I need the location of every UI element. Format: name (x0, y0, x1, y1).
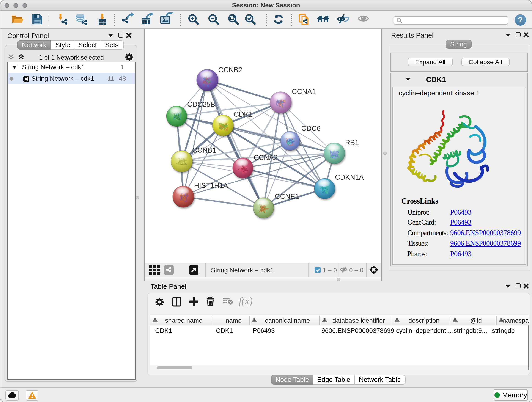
svg-text:CCNA1: CCNA1 (292, 88, 316, 96)
svg-text:CCNB1: CCNB1 (192, 146, 216, 154)
svg-text:CDKN1A: CDKN1A (335, 173, 364, 181)
svg-text:HIST1H1A: HIST1H1A (194, 182, 228, 190)
svg-text:CCNA2: CCNA2 (254, 153, 278, 162)
svg-text:CDC6: CDC6 (301, 124, 321, 133)
svg-text:CDC25B: CDC25B (187, 100, 215, 108)
svg-text:CCNE1: CCNE1 (275, 192, 299, 201)
svg-text:RB1: RB1 (345, 139, 359, 147)
svg-text:CCNB2: CCNB2 (218, 66, 242, 74)
svg-text:CDK1: CDK1 (234, 110, 253, 118)
